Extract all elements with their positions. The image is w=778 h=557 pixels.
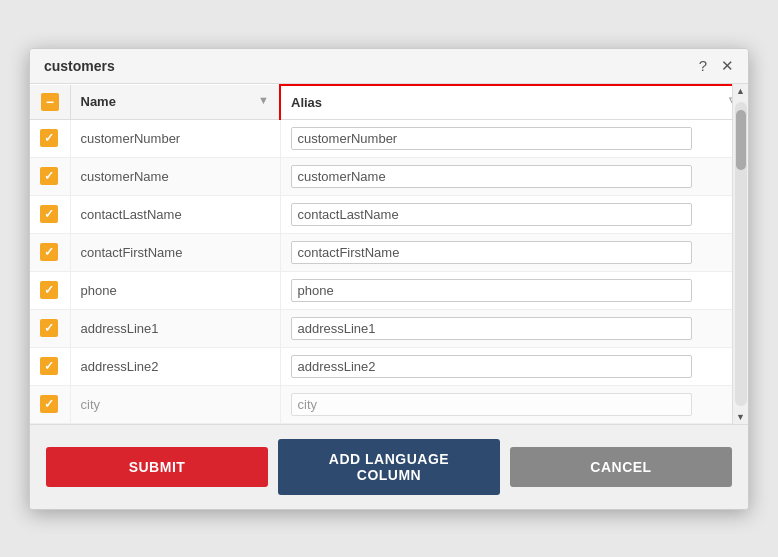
check-icon: ✓	[44, 169, 54, 183]
checkbox[interactable]: ✓	[40, 205, 58, 223]
alias-input[interactable]	[291, 393, 693, 416]
row-checkbox-cell[interactable]: ✓	[30, 195, 70, 233]
col-checkbox-header[interactable]: −	[30, 85, 70, 120]
checkbox[interactable]: ✓	[40, 319, 58, 337]
row-alias-cell[interactable]	[280, 309, 748, 347]
help-icon[interactable]: ?	[699, 57, 707, 74]
header-icons: ? ✕	[699, 57, 734, 75]
submit-button[interactable]: SUBMIT	[46, 447, 268, 487]
check-icon: ✓	[44, 359, 54, 373]
row-checkbox-cell[interactable]: ✓	[30, 119, 70, 157]
alias-input[interactable]	[291, 203, 693, 226]
alias-input[interactable]	[291, 127, 693, 150]
col-alias-header: Alias ▽	[280, 85, 748, 120]
row-checkbox-cell[interactable]: ✓	[30, 309, 70, 347]
table-row: ✓city	[30, 385, 748, 423]
row-alias-cell[interactable]	[280, 385, 748, 423]
row-name-cell: contactLastName	[70, 195, 280, 233]
cancel-button[interactable]: CANCEL	[510, 447, 732, 487]
name-header-label: Name	[81, 94, 116, 109]
alias-header-label: Alias	[291, 95, 322, 110]
alias-input[interactable]	[291, 355, 693, 378]
col-name-header: Name ▼	[70, 85, 280, 120]
row-checkbox-cell[interactable]: ✓	[30, 157, 70, 195]
scrollbar[interactable]: ▲ ▼	[732, 84, 748, 424]
dialog-header: customers ? ✕	[30, 49, 748, 84]
checkbox[interactable]: ✓	[40, 281, 58, 299]
alias-input[interactable]	[291, 165, 693, 188]
customers-dialog: customers ? ✕ − Name ▼	[29, 48, 749, 510]
alias-input[interactable]	[291, 241, 693, 264]
row-checkbox-cell[interactable]: ✓	[30, 233, 70, 271]
row-name-cell: addressLine1	[70, 309, 280, 347]
scrollbar-track	[735, 102, 747, 406]
row-alias-cell[interactable]	[280, 119, 748, 157]
row-name-cell: contactFirstName	[70, 233, 280, 271]
scrollbar-thumb[interactable]	[736, 110, 746, 170]
table-row: ✓contactLastName	[30, 195, 748, 233]
check-icon: ✓	[44, 131, 54, 145]
row-alias-cell[interactable]	[280, 347, 748, 385]
add-language-button[interactable]: ADD LANGUAGE COLUMN	[278, 439, 500, 495]
table-row: ✓phone	[30, 271, 748, 309]
table-row: ✓addressLine1	[30, 309, 748, 347]
columns-table: − Name ▼ Alias ▽ ✓customerNumber✓custome…	[30, 84, 748, 424]
checkbox[interactable]: ✓	[40, 129, 58, 147]
scroll-up-arrow[interactable]: ▲	[736, 86, 745, 96]
row-name-cell: city	[70, 385, 280, 423]
table-row: ✓customerName	[30, 157, 748, 195]
check-icon: ✓	[44, 321, 54, 335]
row-checkbox-cell[interactable]: ✓	[30, 385, 70, 423]
check-icon: ✓	[44, 283, 54, 297]
minus-icon: −	[46, 95, 54, 109]
row-name-cell: phone	[70, 271, 280, 309]
check-icon: ✓	[44, 207, 54, 221]
table-wrapper: − Name ▼ Alias ▽ ✓customerNumber✓custome…	[30, 84, 748, 424]
close-icon[interactable]: ✕	[721, 57, 734, 75]
table-row: ✓addressLine2	[30, 347, 748, 385]
row-alias-cell[interactable]	[280, 195, 748, 233]
row-checkbox-cell[interactable]: ✓	[30, 271, 70, 309]
alias-input[interactable]	[291, 317, 693, 340]
check-icon: ✓	[44, 245, 54, 259]
checkbox[interactable]: ✓	[40, 167, 58, 185]
checkbox[interactable]: ✓	[40, 357, 58, 375]
dialog-title: customers	[44, 58, 115, 74]
row-name-cell: customerName	[70, 157, 280, 195]
alias-input[interactable]	[291, 279, 693, 302]
row-alias-cell[interactable]	[280, 271, 748, 309]
table-row: ✓customerNumber	[30, 119, 748, 157]
row-checkbox-cell[interactable]: ✓	[30, 347, 70, 385]
row-name-cell: customerNumber	[70, 119, 280, 157]
row-name-cell: addressLine2	[70, 347, 280, 385]
checkbox[interactable]: ✓	[40, 243, 58, 261]
dialog-footer: SUBMIT ADD LANGUAGE COLUMN CANCEL	[30, 424, 748, 509]
check-icon: ✓	[44, 397, 54, 411]
row-alias-cell[interactable]	[280, 157, 748, 195]
row-alias-cell[interactable]	[280, 233, 748, 271]
name-filter-icon[interactable]: ▼	[258, 94, 269, 106]
table-row: ✓contactFirstName	[30, 233, 748, 271]
checkbox[interactable]: ✓	[40, 395, 58, 413]
scroll-down-arrow[interactable]: ▼	[736, 412, 745, 422]
